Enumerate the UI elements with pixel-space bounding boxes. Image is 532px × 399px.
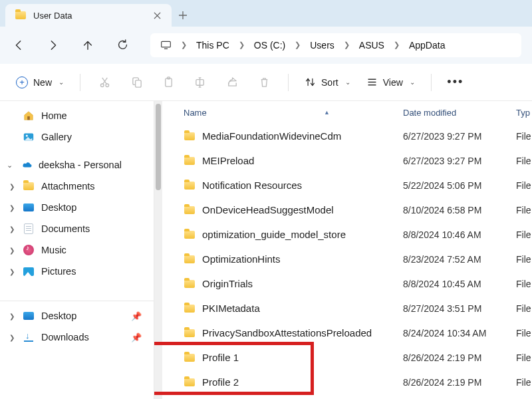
- close-icon[interactable]: [152, 10, 162, 21]
- sidebar-group-onedrive[interactable]: ⌄ deeksha - Personal: [0, 154, 154, 176]
- file-type: File: [516, 303, 532, 314]
- folder-icon: [23, 180, 35, 192]
- paste-button[interactable]: [154, 68, 183, 97]
- column-header-date[interactable]: Date modified: [403, 108, 516, 118]
- chevron-right-icon: ❯: [394, 41, 400, 49]
- file-name: OriginTrials: [202, 278, 253, 289]
- folder-icon: [184, 376, 196, 388]
- file-date: 8/24/2024 10:34 AM: [403, 328, 516, 338]
- sidebar-item-gallery[interactable]: Gallery: [0, 126, 154, 148]
- sidebar-quick-desktop[interactable]: ❯ Desktop 📌: [0, 305, 154, 327]
- table-row[interactable]: OnDeviceHeadSuggestModel8/10/2024 6:58 P…: [184, 198, 532, 222]
- new-button[interactable]: + New ⌄: [9, 74, 70, 91]
- breadcrumb-item[interactable]: AppData: [409, 40, 445, 51]
- chevron-right-icon: ❯: [9, 183, 15, 190]
- delete-button[interactable]: [249, 68, 279, 97]
- cloud-icon: [21, 159, 33, 171]
- breadcrumb-item[interactable]: This PC: [196, 40, 229, 51]
- sort-asc-icon: ▲: [324, 109, 330, 116]
- column-header-type[interactable]: Typ: [516, 108, 532, 118]
- main-split: Home Gallery ⌄ deeksha - Personal ❯ Atta…: [0, 101, 532, 399]
- file-type: File: [516, 156, 532, 166]
- desktop-icon: [23, 310, 35, 322]
- view-button[interactable]: View ⌄: [360, 76, 422, 88]
- music-icon: [23, 244, 35, 256]
- file-name: optimization_guide_model_store: [202, 229, 346, 240]
- cut-button[interactable]: [90, 68, 119, 97]
- table-row[interactable]: OptimizationHints8/23/2024 7:52 AMFile: [184, 247, 532, 271]
- content-pane: Name ▲ Date modified Typ MediaFoundation…: [154, 101, 532, 399]
- sidebar-item-pictures[interactable]: ❯ Pictures: [0, 261, 154, 282]
- folder-icon: [184, 278, 196, 290]
- file-date: 8/8/2024 10:45 AM: [403, 279, 516, 289]
- breadcrumb[interactable]: ❯ This PC ❯ OS (C:) ❯ Users ❯ ASUS ❯ App…: [150, 33, 521, 57]
- sidebar-item-desktop[interactable]: ❯ Desktop: [0, 197, 154, 218]
- back-button[interactable]: [11, 37, 27, 53]
- sort-button[interactable]: Sort ⌄: [298, 76, 357, 88]
- table-row[interactable]: optimization_guide_model_store8/8/2024 1…: [184, 222, 532, 247]
- refresh-button[interactable]: [114, 37, 130, 53]
- documents-icon: [23, 223, 35, 235]
- sidebar-quick-downloads[interactable]: ❯ Downloads 📌: [0, 327, 154, 348]
- toolbar-separator: [288, 74, 289, 91]
- gallery-icon: [23, 131, 35, 143]
- scrollbar-vertical[interactable]: [154, 101, 162, 399]
- copy-button[interactable]: [122, 68, 151, 97]
- chevron-down-icon: ⌄: [345, 78, 350, 86]
- chevron-right-icon: ❯: [295, 41, 301, 49]
- toolbar: + New ⌄ Sort ⌄ View ⌄ •••: [0, 64, 532, 101]
- chevron-right-icon: ❯: [181, 41, 187, 49]
- table-row[interactable]: MEIPreload6/27/2023 9:27 PMFile: [184, 148, 532, 173]
- breadcrumb-item[interactable]: Users: [310, 40, 334, 51]
- svg-point-10: [26, 135, 28, 137]
- table-row[interactable]: MediaFoundationWidevineCdm6/27/2023 9:27…: [184, 124, 532, 148]
- sidebar-label: Documents: [41, 223, 90, 234]
- file-date: 8/23/2024 7:52 AM: [403, 254, 516, 265]
- folder-icon: [184, 253, 196, 265]
- sidebar-label: Downloads: [41, 332, 89, 342]
- chevron-right-icon: ❯: [239, 41, 245, 49]
- monitor-icon: [160, 39, 172, 51]
- file-name: MEIPreload: [202, 155, 254, 166]
- sidebar-item-documents[interactable]: ❯ Documents: [0, 218, 154, 239]
- plus-icon: +: [16, 76, 28, 88]
- view-label: View: [383, 77, 403, 88]
- sidebar-divider: [0, 301, 154, 301]
- title-bar: User Data: [0, 0, 532, 27]
- table-row[interactable]: Notification Resources5/22/2024 5:06 PMF…: [184, 173, 532, 198]
- up-button[interactable]: [80, 37, 96, 53]
- tab-current[interactable]: User Data: [5, 4, 172, 27]
- chevron-down-icon: ⌄: [7, 161, 16, 170]
- sidebar-label: Home: [41, 110, 67, 121]
- svg-rect-8: [27, 116, 30, 120]
- sidebar-label: Gallery: [41, 132, 72, 142]
- table-row[interactable]: Profile 18/26/2024 2:19 PMFile: [184, 345, 532, 370]
- breadcrumb-item[interactable]: OS (C:): [254, 40, 285, 51]
- breadcrumb-item[interactable]: ASUS: [359, 40, 384, 51]
- column-header-name[interactable]: Name ▲: [184, 108, 403, 118]
- chevron-right-icon: ❯: [9, 225, 15, 233]
- forward-button[interactable]: [45, 37, 61, 53]
- scrollbar-thumb[interactable]: [156, 104, 161, 190]
- file-type: File: [516, 377, 532, 388]
- sidebar-item-attachments[interactable]: ❯ Attachments: [0, 176, 154, 197]
- nav-row: ❯ This PC ❯ OS (C:) ❯ Users ❯ ASUS ❯ App…: [0, 27, 532, 64]
- sidebar-item-music[interactable]: ❯ Music: [0, 239, 154, 261]
- file-type: File: [516, 328, 532, 338]
- svg-rect-4: [135, 80, 141, 87]
- table-row[interactable]: OriginTrials8/8/2024 10:45 AMFile: [184, 271, 532, 296]
- folder-icon: [184, 130, 196, 142]
- more-button[interactable]: •••: [441, 68, 470, 97]
- table-row[interactable]: PrivacySandboxAttestationsPreloaded8/24/…: [184, 321, 532, 345]
- file-date: 8/26/2024 2:19 PM: [403, 352, 516, 363]
- file-name: PKIMetadata: [202, 303, 260, 314]
- rename-button[interactable]: [186, 68, 215, 97]
- file-type: File: [516, 352, 532, 363]
- share-button[interactable]: [217, 68, 247, 97]
- table-row[interactable]: Profile 28/26/2024 2:19 PMFile: [184, 370, 532, 394]
- svg-rect-0: [161, 41, 170, 47]
- new-tab-button[interactable]: [172, 4, 194, 27]
- file-date: 5/22/2024 5:06 PM: [403, 180, 516, 191]
- table-row[interactable]: PKIMetadata8/27/2024 3:51 PMFile: [184, 296, 532, 321]
- sidebar-item-home[interactable]: Home: [0, 105, 154, 126]
